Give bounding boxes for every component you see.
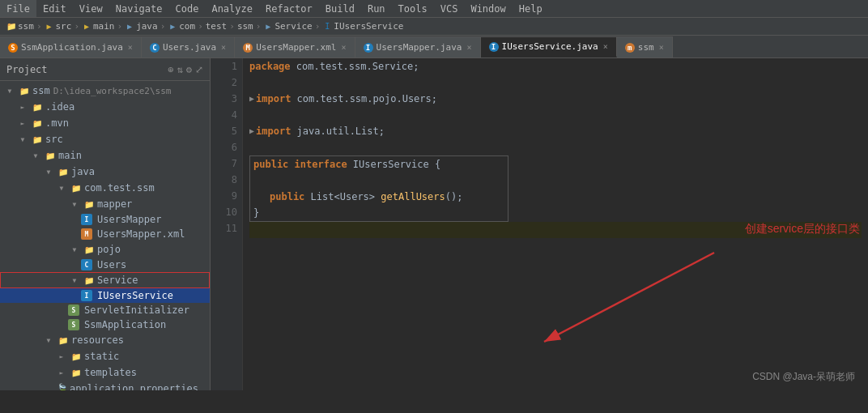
tree-label-pojo: pojo [97, 244, 121, 255]
code-line-2 [249, 75, 862, 91]
tree-item-usersmapper[interactable]: I UsersMapper [0, 212, 210, 227]
line-num-9: 9 [215, 188, 237, 204]
folder-icon-src: 📁 [31, 133, 44, 146]
code-area[interactable]: 1 2 3 4 5 6 7 8 9 10 11 package com.test… [211, 58, 868, 390]
keyword-public-9: public [270, 189, 304, 205]
code-content[interactable]: package com.test.ssm.Service; ▶ import c… [243, 58, 868, 390]
breadcrumb-java[interactable]: java [136, 21, 158, 32]
breadcrumb-com[interactable]: com [179, 21, 195, 32]
tree-item-ssm-root[interactable]: 📁 ssm D:\idea_workspace2\ssm [0, 83, 210, 99]
tab-close-iusersservice[interactable]: × [603, 42, 608, 51]
tree-item-mvn[interactable]: 📁 .mvn [0, 115, 210, 131]
tree-item-iusersservice[interactable]: I IUsersService [0, 288, 210, 303]
tree-item-service[interactable]: 📁 Service [0, 272, 210, 288]
tree-label-main: main [58, 150, 82, 161]
tab-ssm[interactable]: m ssm × [617, 36, 673, 57]
tree-label-idea: .idea [45, 101, 74, 113]
code-line-3: ▶ import com.test.ssm.pojo.Users; [249, 91, 862, 107]
menu-analyze[interactable]: Analyze [205, 0, 259, 17]
tree-item-application-props[interactable]: 🍃 application.properties [0, 381, 210, 390]
method-getallusers: getAllUsers [381, 189, 445, 205]
tab-label-users: Users.java [163, 42, 216, 53]
tab-close-ssmapplication[interactable]: × [128, 43, 133, 52]
folder-icon-static: 📁 [70, 350, 83, 363]
sidebar-action-sort[interactable]: ⇅ [177, 64, 183, 75]
menu-view[interactable]: View [73, 0, 109, 17]
breadcrumb-src-icon: ▶ [45, 22, 54, 32]
tree-item-mapper[interactable]: 📁 mapper [0, 196, 210, 212]
keyword-interface: interface [295, 156, 347, 172]
line-num-8: 8 [215, 172, 237, 188]
menu-help[interactable]: Help [513, 0, 549, 17]
tree-label-iusersservice: IUsersService [97, 290, 173, 301]
interface-block: public interface IUsersService { public … [249, 155, 508, 222]
menu-run[interactable]: Run [361, 0, 392, 17]
line-num-3: 3 [215, 91, 237, 107]
menu-tools[interactable]: Tools [392, 0, 434, 17]
tree-label-mvn: .mvn [45, 117, 69, 129]
line-num-4: 4 [215, 107, 237, 123]
menu-window[interactable]: Window [464, 0, 512, 17]
tree-item-idea[interactable]: 📁 .idea [0, 99, 210, 115]
breadcrumb-service[interactable]: Service [274, 21, 312, 32]
tree-item-servletinitializer[interactable]: S ServletInitializer [0, 303, 210, 317]
tree-label-ssm-root: ssm [32, 85, 50, 96]
tree-item-templates[interactable]: 📁 templates [0, 364, 210, 381]
menu-vcs[interactable]: VCS [434, 0, 465, 17]
tree-item-usersmapper-xml[interactable]: M UsersMapper.xml [0, 227, 210, 241]
breadcrumb-ssm2[interactable]: ssm [237, 21, 253, 32]
tree-icon-application-props: 🍃 [55, 382, 68, 390]
tab-close-users[interactable]: × [221, 43, 226, 52]
menu-file[interactable]: File [0, 0, 36, 17]
editor: 1 2 3 4 5 6 7 8 9 10 11 package com.test… [211, 58, 868, 390]
breadcrumb-test[interactable]: test [206, 21, 228, 32]
breadcrumb-ssm[interactable]: ssm [18, 21, 34, 32]
code-package-path: com.test.ssm.Service; [291, 58, 419, 75]
tree-item-java[interactable]: 📁 java [0, 164, 210, 180]
arrow-java [42, 165, 55, 178]
tree-label-application-props: application.properties [70, 383, 198, 390]
sidebar-action-expand[interactable]: ⤢ [195, 64, 203, 75]
tabs-bar: S SsmApplication.java × C Users.java × M… [0, 36, 868, 58]
tab-icon-iusersservice: I [489, 42, 499, 52]
tree-item-static[interactable]: 📁 static [0, 348, 210, 364]
tree-item-ssmapplication[interactable]: S SsmApplication [0, 317, 210, 332]
line-num-2: 2 [215, 75, 237, 91]
tab-close-usersmapper-xml[interactable]: × [341, 43, 346, 52]
tab-icon-usersmapper-xml: M [243, 43, 253, 53]
code-line-9: public List< Users > getAllUsers (); [250, 189, 508, 205]
menu-code[interactable]: Code [169, 0, 206, 17]
tree-item-main[interactable]: 📁 main [0, 147, 210, 164]
sidebar-action-settings[interactable]: ⚙ [186, 64, 192, 75]
tab-usersmapper[interactable]: I UsersMapper.java × [355, 36, 481, 57]
menu-edit[interactable]: Edit [36, 0, 73, 17]
arrow-resources [42, 334, 55, 347]
line-num-1: 1 [215, 58, 237, 75]
tree-item-resources[interactable]: 📁 resources [0, 332, 210, 348]
arrow-pojo [68, 243, 81, 256]
tree-item-users[interactable]: C Users [0, 258, 210, 272]
tab-ssmapplication[interactable]: S SsmApplication.java × [0, 36, 142, 57]
code-line-1: package com.test.ssm.Service; [249, 58, 862, 75]
menu-refactor[interactable]: Refactor [259, 0, 319, 17]
breadcrumb-src[interactable]: src [56, 21, 72, 32]
tab-iusersservice[interactable]: I IUsersService.java × [481, 36, 617, 57]
tree-item-pojo[interactable]: 📁 pojo [0, 241, 210, 258]
tab-usersmapper-xml[interactable]: M UsersMapper.xml × [235, 36, 355, 57]
tab-users[interactable]: C Users.java × [142, 36, 235, 57]
code-line-10: } [250, 205, 508, 221]
menu-build[interactable]: Build [319, 0, 361, 17]
arrow-com [55, 181, 68, 194]
breadcrumb-main[interactable]: main [93, 21, 115, 32]
tree-icon-ssmapplication: S [68, 319, 79, 330]
tree-icon-users: C [81, 259, 92, 270]
tree-item-com-test-ssm[interactable]: 📁 com.test.ssm [0, 180, 210, 196]
menu-navigate[interactable]: Navigate [109, 0, 169, 17]
sidebar-action-add[interactable]: ⊕ [168, 64, 173, 75]
breadcrumb-iusersservice[interactable]: IUsersService [334, 21, 403, 32]
tab-icon-users: C [150, 43, 160, 53]
tree-item-src[interactable]: 📁 src [0, 131, 210, 147]
tab-close-ssm[interactable]: × [659, 43, 664, 52]
folder-icon-mvn: 📁 [31, 117, 44, 130]
tab-close-usersmapper[interactable]: × [466, 43, 471, 52]
